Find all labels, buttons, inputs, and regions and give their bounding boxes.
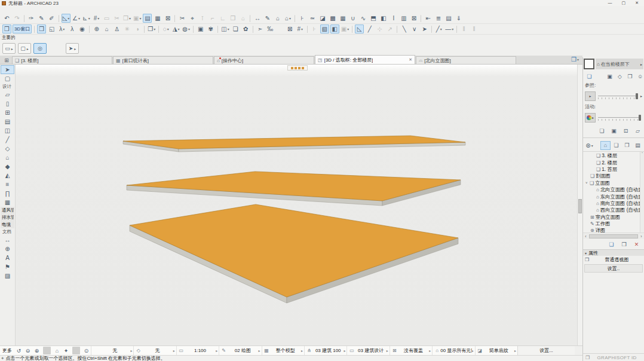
- plane-display-icon[interactable]: ▧: [320, 25, 329, 33]
- scale-segment[interactable]: ▭ 1:100 ▸: [176, 346, 219, 355]
- 3d-style-segment[interactable]: ◪ 简单底纹 ▸: [475, 346, 517, 355]
- tab-north-elevation[interactable]: ⌓ [北向立面图]: [416, 56, 516, 64]
- display-order-icon[interactable]: ▦: [153, 14, 162, 23]
- editing-plane-icon[interactable]: ⊦: [310, 25, 319, 33]
- orbit-icon[interactable]: ⊕: [92, 25, 101, 33]
- consolidate-lines-icon[interactable]: ≃: [308, 14, 317, 23]
- publisher-sets-tab[interactable]: ▤: [633, 141, 643, 150]
- navigator-tree-item[interactable]: ❏ 剖面图: [583, 173, 640, 179]
- group-icon[interactable]: ❐▾: [122, 14, 131, 23]
- slider-thumb[interactable]: [639, 115, 641, 121]
- toolbar-icon[interactable]: [456, 26, 457, 33]
- save-current-view-icon[interactable]: ❒: [620, 240, 628, 249]
- zoom-previous-icon[interactable]: ↺: [15, 347, 23, 354]
- column-lines-icon[interactable]: ‖: [470, 25, 479, 33]
- chamfer-icon[interactable]: ∟: [218, 14, 227, 23]
- default-settings-button[interactable]: ▭▸: [2, 43, 16, 54]
- ibeam-icon[interactable]: I: [389, 14, 398, 23]
- look-to-icon[interactable]: ◉: [78, 25, 87, 33]
- duct-tool[interactable]: 通风管: [1, 207, 14, 214]
- reference-arrow-icon[interactable]: ▸: [640, 94, 642, 98]
- viewport-scrollbar[interactable]: [577, 65, 582, 345]
- cable-carrier-tool[interactable]: 电缆: [1, 221, 14, 228]
- pen-icon[interactable]: ╲: [400, 25, 409, 33]
- toolbar-icon[interactable]: [307, 26, 308, 33]
- document-icon[interactable]: ▤: [444, 14, 453, 23]
- render-settings-icon[interactable]: ✾: [206, 25, 215, 33]
- perspective-icon[interactable]: ❒: [37, 25, 46, 33]
- snap-grid-icon[interactable]: #▾: [92, 14, 101, 23]
- hatch-icon[interactable]: ▩: [328, 14, 337, 23]
- shadow-icon[interactable]: ◑: [133, 25, 142, 33]
- toolbar-icon[interactable]: [193, 26, 194, 33]
- swap-reference-icon[interactable]: ▣: [609, 126, 618, 135]
- pen-set-segment[interactable]: ✎ 02 绘图 ▸: [219, 346, 261, 355]
- axonometry-icon[interactable]: ◱: [47, 25, 56, 33]
- redo-icon[interactable]: ↷: [13, 14, 22, 23]
- lock-icon[interactable]: ▣▾: [133, 14, 142, 23]
- gravity-icon[interactable]: ◧: [330, 25, 339, 33]
- scene-settings-icon[interactable]: ✿: [241, 25, 250, 33]
- adjust-icon[interactable]: ⌖: [188, 14, 197, 23]
- toolbar-icon[interactable]: [397, 26, 397, 33]
- column-tool[interactable]: ◫: [1, 126, 14, 135]
- railing-tool[interactable]: ∏: [1, 189, 14, 198]
- transfer-settings-icon[interactable]: ✐: [47, 14, 56, 23]
- design-section-label[interactable]: 设计: [1, 83, 14, 90]
- graphic-override-segment[interactable]: ⊠ 没有覆盖 ▸: [390, 346, 432, 355]
- optimal-zoom-icon[interactable]: ✦: [62, 347, 70, 354]
- arrow-mode-button[interactable]: ➤▸: [66, 43, 79, 54]
- resize-icon[interactable]: ❒: [228, 14, 237, 23]
- shell-tool[interactable]: ◆: [1, 162, 14, 171]
- minimized-palette[interactable]: [287, 65, 308, 71]
- guide-lines-icon[interactable]: ◺▾: [62, 14, 70, 23]
- mesh-tool[interactable]: ▦: [1, 198, 14, 207]
- selection-display-icon[interactable]: ◌▾: [161, 25, 170, 33]
- magic-wand-icon[interactable]: ⊠: [163, 14, 172, 23]
- view-map-tab[interactable]: ❏: [611, 141, 621, 150]
- virtual-trace-icon[interactable]: ❏: [585, 72, 594, 81]
- navigator-tree-item[interactable]: ⌂ 东向立面图 (自动重建): [583, 193, 640, 200]
- snap-points-icon[interactable]: ⊾▾: [82, 14, 91, 23]
- intersect-icon[interactable]: ⌂: [238, 14, 247, 23]
- navigator-tree-item[interactable]: ˅ ❏ 立面图: [583, 180, 640, 186]
- inject-parameters-icon[interactable]: ✎: [37, 14, 46, 23]
- partial-structure-segment[interactable]: ▦ 整个模型 ▸: [262, 346, 304, 355]
- mini-toolbar-button[interactable]: [49, 43, 63, 54]
- tab-floor-plan[interactable]: ❏ [3. 楼层]: [12, 56, 112, 64]
- 3d-window-button[interactable]: 3D窗口: [13, 25, 32, 33]
- expand-arrow-icon[interactable]: ˅: [585, 181, 590, 185]
- profile-icon[interactable]: ⬒: [369, 14, 378, 23]
- guide-segment-icon[interactable]: ◺: [355, 25, 364, 33]
- toolbar-icon[interactable]: [34, 26, 35, 33]
- navigator-tree-item[interactable]: ❏ 3. 楼层: [583, 152, 640, 159]
- trace-toolbar-icon[interactable]: [595, 72, 604, 81]
- trace-header[interactable]: ⌂ 在当前楼层下 ▸: [596, 59, 643, 69]
- curtain-wall-tool[interactable]: ▤: [1, 117, 14, 126]
- reference-opacity-slider[interactable]: [597, 92, 639, 100]
- ghost-settings-icon[interactable]: ☺: [636, 72, 644, 81]
- tab-overview-icon[interactable]: ⊞: [1, 56, 12, 64]
- stair-tool[interactable]: ≡: [1, 180, 14, 189]
- project-chooser-icon[interactable]: ⊛▾: [585, 141, 594, 150]
- door-tool[interactable]: ▯: [1, 99, 14, 108]
- explore-model-icon[interactable]: λ▾: [57, 25, 66, 33]
- trace-switch-icon[interactable]: ❐: [625, 72, 634, 81]
- layer-combination-segment[interactable]: ⋔ 03 建筑 100 ▸: [304, 346, 346, 355]
- marquee-clear-icon[interactable]: ⊠: [286, 25, 295, 33]
- layout-book-tab[interactable]: ❐: [622, 141, 632, 150]
- mesh-edit-icon[interactable]: ▦: [338, 14, 347, 23]
- walk-icon[interactable]: λ: [68, 25, 76, 33]
- vr-scene-icon[interactable]: ⌂: [102, 25, 111, 33]
- viewport-3d[interactable]: [16, 65, 577, 345]
- list-icon[interactable]: ≣: [434, 14, 443, 23]
- favorites-button[interactable]: ▢▸: [18, 43, 31, 54]
- roof-tool[interactable]: ⌂: [1, 153, 14, 162]
- scroll-left-icon[interactable]: ‹: [583, 234, 588, 238]
- trace-reference-icon[interactable]: ▣: [605, 72, 614, 81]
- tab-action-center[interactable]: ⌂ [操作中心]: [214, 56, 314, 64]
- tab-3d-view[interactable]: ◳ [3D / 选取框: 全部楼层] ✕: [315, 55, 415, 64]
- bring-forward-icon[interactable]: ▤: [143, 14, 152, 23]
- close-button[interactable]: ✕: [635, 1, 639, 5]
- navigator-tree-item[interactable]: ⊞ 室内立面图: [583, 214, 640, 221]
